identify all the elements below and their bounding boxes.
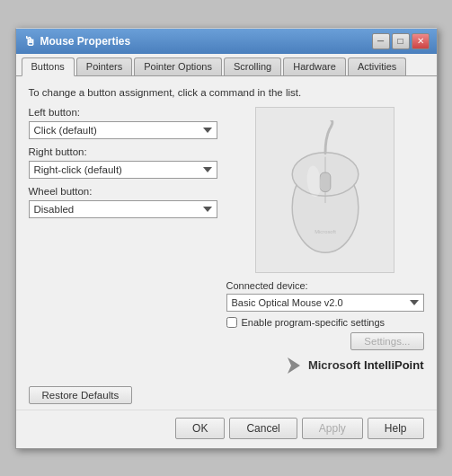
left-button-label: Left button: [29, 107, 217, 118]
title-bar: 🖱 Mouse Properties ─ □ ✕ [16, 29, 437, 54]
svg-rect-3 [320, 172, 331, 191]
restore-defaults-button[interactable]: Restore Defaults [29, 386, 133, 404]
wheel-button-label: Wheel button: [29, 186, 217, 197]
connected-device-dropdown[interactable]: Basic Optical Mouse v2.0 [226, 294, 424, 312]
restore-row: Restore Defaults [16, 386, 437, 410]
cancel-button[interactable]: Cancel [229, 418, 297, 439]
enable-checkbox-label[interactable]: Enable program-specific settings [242, 317, 386, 328]
mouse-illustration: Microsoft [276, 120, 375, 260]
enable-checkbox[interactable] [226, 317, 237, 328]
svg-marker-6 [288, 357, 300, 374]
tab-pointer-options[interactable]: Pointer Options [134, 57, 222, 75]
wheel-button-dropdown[interactable]: Disabled [29, 200, 217, 218]
maximize-button[interactable]: □ [392, 33, 410, 49]
main-area: Left button: Click (default) Right butto… [29, 107, 424, 375]
tab-buttons[interactable]: Buttons [22, 57, 75, 76]
left-button-dropdown[interactable]: Click (default) [29, 121, 217, 139]
left-panel: Left button: Click (default) Right butto… [29, 107, 217, 375]
settings-button[interactable]: Settings... [350, 332, 423, 350]
enable-checkbox-row: Enable program-specific settings [226, 317, 424, 328]
description-text: To change a button assignment, click a c… [29, 87, 424, 98]
tab-bar: Buttons Pointers Pointer Options Scrolli… [16, 54, 437, 76]
tab-hardware[interactable]: Hardware [283, 57, 346, 75]
svg-text:Microsoft: Microsoft [315, 228, 336, 234]
window-title: Mouse Properties [40, 35, 131, 48]
main-content: To change a button assignment, click a c… [16, 76, 437, 386]
apply-button[interactable]: Apply [302, 418, 363, 439]
bottom-actions: OK Cancel Apply Help [16, 410, 437, 448]
bottom-right-buttons: OK Cancel Apply Help [175, 418, 423, 439]
intellipoint-logo [284, 356, 304, 375]
window-icon: 🖱 [23, 34, 36, 48]
connected-device-label: Connected device: [226, 280, 424, 291]
minimize-button[interactable]: ─ [372, 33, 390, 49]
intellipoint-row: Microsoft IntelliPoint [226, 356, 424, 375]
tab-activities[interactable]: Activities [348, 57, 406, 75]
right-panel: Microsoft Connected device: Basic Optica… [226, 107, 424, 375]
tab-pointers[interactable]: Pointers [76, 57, 132, 75]
tab-scrolling[interactable]: Scrolling [224, 57, 281, 75]
intellipoint-text: Microsoft IntelliPoint [308, 358, 424, 372]
ok-button[interactable]: OK [175, 418, 225, 439]
mouse-properties-window: 🖱 Mouse Properties ─ □ ✕ Buttons Pointer… [15, 28, 438, 449]
title-bar-left: 🖱 Mouse Properties [23, 34, 131, 48]
right-button-dropdown[interactable]: Right-click (default) [29, 161, 217, 179]
help-button[interactable]: Help [368, 418, 424, 439]
close-button[interactable]: ✕ [412, 33, 430, 49]
settings-btn-row: Settings... [226, 332, 424, 350]
mouse-image: Microsoft [255, 107, 394, 273]
title-bar-controls: ─ □ ✕ [372, 33, 430, 49]
right-button-label: Right button: [29, 146, 217, 157]
